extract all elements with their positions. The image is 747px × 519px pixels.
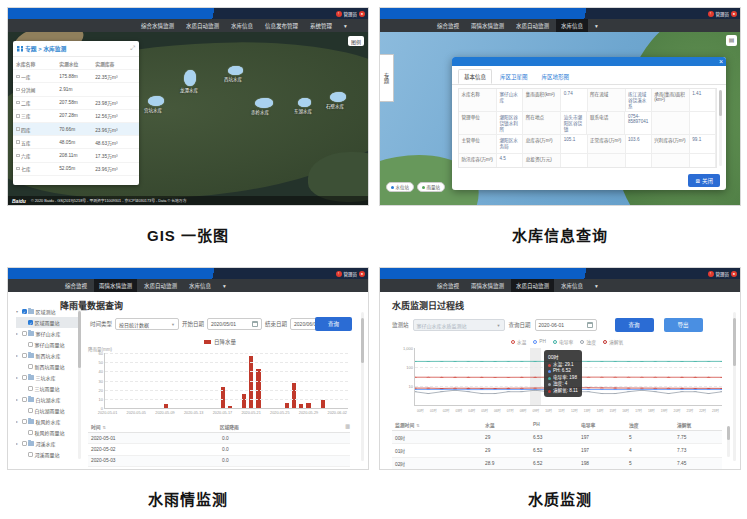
layers-icon[interactable]: ▤ xyxy=(726,35,737,46)
map-legend-button[interactable]: 图例 xyxy=(348,36,364,46)
caret-icon[interactable]: ▸ xyxy=(16,441,20,446)
legend-item[interactable]: PH xyxy=(533,339,546,344)
logout-icon[interactable]: ● xyxy=(359,271,365,277)
rain-bar[interactable] xyxy=(242,394,246,408)
caret-icon[interactable]: ▸ xyxy=(16,353,20,358)
rain-bar[interactable] xyxy=(228,406,232,408)
tree-child-item[interactable]: 寨仔山雨量站 xyxy=(16,339,78,350)
checkbox[interactable] xyxy=(28,430,33,435)
lake-shape[interactable] xyxy=(148,96,164,106)
start-date-input[interactable]: 2020/05/01 xyxy=(207,318,262,330)
close-icon[interactable]: × xyxy=(719,57,723,66)
nav-item[interactable]: 信息发布管理 xyxy=(260,19,303,32)
query-button[interactable]: 查询 xyxy=(315,317,352,331)
tree-child-item[interactable]: 三坑雨量站 xyxy=(16,383,78,394)
tree-child-item[interactable]: 白坑湖雨量站 xyxy=(16,405,78,416)
rain-bar[interactable] xyxy=(292,383,296,408)
sort-icon[interactable]: ⇅ xyxy=(416,423,419,428)
checkbox[interactable] xyxy=(22,331,27,336)
alert-bell-icon[interactable]: ! xyxy=(708,271,714,277)
table-row[interactable]: 四库70.66m23.96万m³ xyxy=(13,123,139,136)
table-row[interactable]: 2020-05-040.0 xyxy=(88,467,350,470)
checkbox[interactable] xyxy=(28,364,33,369)
nav-item[interactable]: 水库信息 xyxy=(556,19,588,32)
checkbox[interactable] xyxy=(22,375,27,380)
theme-side-tab[interactable]: 专题 xyxy=(380,54,394,102)
rain-bar[interactable] xyxy=(299,404,303,408)
tree-child-item[interactable]: 新西坑雨量站 xyxy=(16,361,78,372)
table-row[interactable]: 2020-05-010.0 xyxy=(88,433,350,444)
logout-icon[interactable]: ● xyxy=(731,271,737,277)
checkbox-icon[interactable] xyxy=(16,140,20,144)
tree-parent-item[interactable]: ▸秋风岭水库 xyxy=(16,416,78,427)
logout-icon[interactable]: ● xyxy=(731,11,737,17)
nav-item[interactable]: 综合监视 xyxy=(60,279,92,292)
checkbox-icon[interactable] xyxy=(16,154,20,158)
close-button[interactable]: ⊠ 关闭 xyxy=(688,174,720,187)
dialog-scrollbar[interactable] xyxy=(719,90,722,166)
map-legend-pill[interactable]: 雨量站 xyxy=(417,182,445,192)
nav-item[interactable]: 水库信息 xyxy=(184,279,216,292)
query-button[interactable]: 查询 xyxy=(615,318,654,332)
nav-item[interactable]: 综合水情监测 xyxy=(136,19,179,32)
table-row[interactable]: 二库207.58m23.98万m³ xyxy=(13,97,139,110)
nav-item[interactable]: 水库信息 xyxy=(226,19,258,32)
tree-parent-item[interactable]: ▸河溪水库 xyxy=(16,438,78,449)
nav-item[interactable]: ▾ xyxy=(218,280,231,291)
checkbox-icon[interactable] xyxy=(16,127,20,131)
nav-item[interactable]: ▾ xyxy=(590,20,603,31)
alert-bell-icon[interactable]: ! xyxy=(336,271,342,277)
table-row[interactable]: 00时296.5319757.75 xyxy=(392,431,722,444)
tree-parent-item[interactable]: ▾✓区域测站 xyxy=(16,306,78,317)
alert-bell-icon[interactable]: ! xyxy=(708,11,714,17)
page-scrollbar[interactable] xyxy=(361,312,364,461)
satellite-map[interactable]: 宫坑水库龙潭水库西坑水库赤岭水库东湖水库石壁水库 图例 专题 > 水库监测 ⤢ … xyxy=(8,32,368,205)
expand-icon[interactable]: ⤢ xyxy=(130,45,135,52)
checkbox-icon[interactable] xyxy=(16,88,20,92)
alert-bell-icon[interactable]: ! xyxy=(336,11,342,17)
rain-bar[interactable] xyxy=(306,403,310,408)
tree-child-item[interactable]: ✓区域雨量站 xyxy=(16,317,78,328)
rain-bar[interactable] xyxy=(285,403,289,409)
nav-item[interactable]: ▾ xyxy=(590,280,603,291)
nav-item[interactable]: 雨情水情监测 xyxy=(466,19,509,32)
nav-item[interactable]: 综合监视 xyxy=(432,19,464,32)
rain-bar[interactable] xyxy=(321,400,325,408)
caret-icon[interactable]: ▸ xyxy=(16,331,20,336)
page-scrollbar[interactable] xyxy=(733,312,736,461)
nav-item[interactable]: 雨情水情监测 xyxy=(94,279,137,292)
checkbox[interactable] xyxy=(28,408,33,413)
lake-shape[interactable] xyxy=(298,98,311,107)
table-row[interactable]: 2020-05-030.0 xyxy=(88,456,350,467)
tree-child-item[interactable]: 秋风岭雨量站 xyxy=(16,427,78,438)
tree-parent-item[interactable]: ▸寨仔山水库 xyxy=(16,328,78,339)
map-legend-pill[interactable]: 水位站 xyxy=(386,182,414,192)
rain-bar[interactable] xyxy=(256,369,260,408)
table-row[interactable]: 01时296.5219747.73 xyxy=(392,444,722,457)
export-button[interactable]: 导出 xyxy=(664,318,703,332)
table-row[interactable]: 七库52.05m23.96万m³ xyxy=(13,163,139,176)
tree-parent-item[interactable]: ▸三坑水库 xyxy=(16,372,78,383)
checkbox[interactable] xyxy=(22,441,27,446)
station-select[interactable]: 寨仔山水库水质监测站▼ xyxy=(413,319,505,331)
tree-scrollbar[interactable] xyxy=(78,308,81,459)
lake-shape[interactable] xyxy=(255,98,273,108)
legend-item[interactable]: 浊度 xyxy=(580,338,596,345)
caret-icon[interactable]: ▸ xyxy=(16,419,20,424)
nav-item[interactable]: 雨情水情监测 xyxy=(466,279,509,292)
table-scrollbar[interactable] xyxy=(727,426,730,457)
checkbox-icon[interactable] xyxy=(16,101,20,105)
checkbox[interactable] xyxy=(22,419,27,424)
tree-parent-item[interactable]: ▸新西坑水库 xyxy=(16,350,78,361)
table-row[interactable]: 六库208.11m17.35万m³ xyxy=(13,149,139,162)
lake-shape[interactable] xyxy=(228,66,243,75)
nav-item[interactable]: 综合监视 xyxy=(432,279,464,292)
checkbox[interactable] xyxy=(28,342,33,347)
nav-item[interactable]: 水质自动监测 xyxy=(181,19,224,32)
caret-icon[interactable]: ▸ xyxy=(16,375,20,380)
table-row[interactable]: 五库48.05m48.63万m³ xyxy=(13,136,139,149)
chart-legend[interactable]: 日降水量 xyxy=(88,338,352,346)
caret-icon[interactable]: ▸ xyxy=(16,397,20,402)
checkbox[interactable] xyxy=(28,386,33,391)
columns-icon[interactable]: ▥ xyxy=(345,423,350,429)
